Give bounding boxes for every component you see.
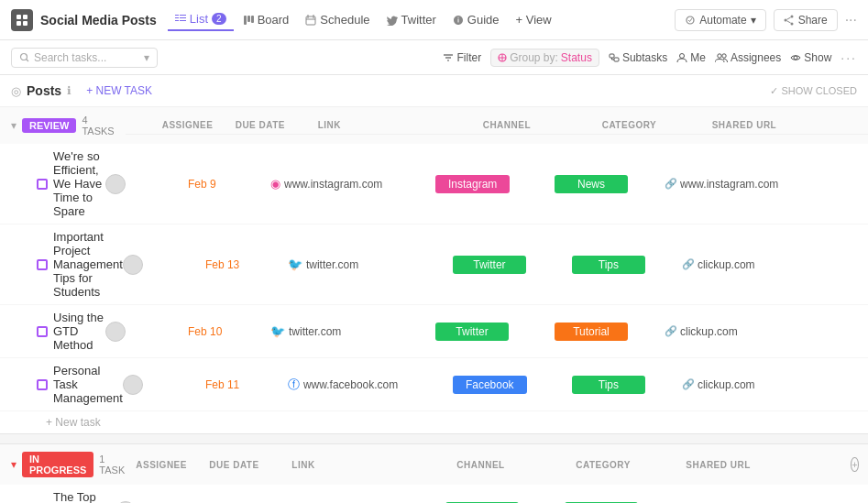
facebook-icon: ⓕ bbox=[288, 377, 300, 393]
subtasks-button[interactable]: Subtasks bbox=[609, 51, 667, 64]
svg-rect-6 bbox=[175, 17, 179, 18]
svg-rect-11 bbox=[247, 16, 250, 22]
task-channel: Twitter bbox=[453, 256, 572, 274]
inprogress-label: IN PROGRESS bbox=[22, 452, 93, 477]
task-name[interactable]: We're so Efficient, We Have Time to Spar… bbox=[37, 149, 105, 218]
automate-button[interactable]: Automate ▾ bbox=[675, 9, 765, 31]
task-channel: Twitter bbox=[435, 323, 555, 341]
svg-point-20 bbox=[784, 18, 786, 21]
topbar-more-dots[interactable]: ··· bbox=[845, 12, 857, 28]
svg-line-21 bbox=[786, 17, 790, 19]
task-shared-url: 🔗 www.instagram.com bbox=[665, 178, 830, 191]
review-label: REVIEW bbox=[22, 118, 76, 133]
app-icon bbox=[11, 9, 33, 31]
nav-twitter[interactable]: Twitter bbox=[379, 9, 444, 30]
svg-rect-7 bbox=[180, 17, 186, 18]
svg-rect-3 bbox=[23, 21, 27, 26]
show-closed-button[interactable]: ✓ SHOW CLOSED bbox=[770, 85, 857, 97]
main-content: ◎ Posts ℹ + NEW TASK ✓ SHOW CLOSED ▾ REV… bbox=[0, 75, 868, 503]
nav-guide[interactable]: Guide bbox=[445, 9, 507, 30]
nav-board[interactable]: Board bbox=[236, 9, 297, 30]
svg-point-38 bbox=[794, 56, 797, 60]
review-add-task-row[interactable]: + New task bbox=[0, 411, 868, 433]
new-task-button[interactable]: + NEW TASK bbox=[79, 82, 159, 99]
svg-point-36 bbox=[718, 53, 721, 57]
svg-point-23 bbox=[21, 53, 27, 60]
table-row: We're so Efficient, We Have Time to Spar… bbox=[0, 144, 868, 224]
review-collapse-toggle[interactable]: ▾ bbox=[11, 119, 16, 132]
col-channel-2: CHANNEL bbox=[456, 460, 576, 470]
top-nav: List 2 Board Schedule Twitter Guide + Vi… bbox=[168, 8, 559, 31]
task-due-date: Feb 11 bbox=[205, 378, 288, 391]
task-name[interactable]: Using the GTD Method bbox=[37, 311, 105, 352]
twitter-icon: 🐦 bbox=[270, 324, 285, 338]
svg-rect-1 bbox=[23, 15, 27, 19]
svg-rect-32 bbox=[614, 58, 619, 61]
app-title: Social Media Posts bbox=[40, 13, 157, 27]
avatar bbox=[123, 375, 143, 395]
avatar bbox=[105, 322, 126, 342]
task-category: Tutorial bbox=[555, 323, 665, 341]
table-row: The Top Alternatives to Trello Feb 20 🐦 … bbox=[0, 485, 868, 503]
task-shared-url: 🔗 clickup.com bbox=[682, 378, 847, 391]
task-checkbox[interactable] bbox=[37, 259, 48, 270]
search-dropdown-icon[interactable]: ▾ bbox=[144, 51, 149, 64]
task-checkbox[interactable] bbox=[37, 379, 48, 390]
avatar bbox=[105, 174, 126, 194]
task-assignee bbox=[105, 322, 188, 342]
task-name[interactable]: Personal Task Management bbox=[37, 364, 123, 405]
inprogress-add-circle[interactable]: + bbox=[851, 457, 858, 472]
topbar-right: Automate ▾ Share ··· bbox=[675, 9, 857, 31]
link-icon: 🔗 bbox=[682, 258, 695, 270]
toolbar-right: Filter Group by: Status Subtasks Me Assi… bbox=[443, 49, 857, 67]
task-due-date: Feb 9 bbox=[188, 178, 270, 191]
svg-rect-0 bbox=[16, 15, 21, 19]
inprogress-collapse-toggle[interactable]: ▾ bbox=[11, 458, 16, 471]
svg-rect-31 bbox=[610, 54, 614, 58]
task-category: Tips bbox=[572, 256, 682, 274]
topbar: Social Media Posts List 2 Board Schedule… bbox=[0, 0, 868, 40]
toolbar: Search tasks... ▾ Filter Group by: Statu… bbox=[0, 40, 868, 75]
task-due-date: Feb 10 bbox=[188, 325, 270, 338]
filter-button[interactable]: Filter bbox=[443, 51, 481, 64]
svg-point-19 bbox=[790, 22, 793, 25]
inprogress-col-headers: ASSIGNEE DUE DATE LINK CHANNEL CATEGORY … bbox=[136, 460, 851, 470]
toolbar-more-dots[interactable]: ··· bbox=[841, 50, 857, 65]
task-name[interactable]: The Top Alternatives to Trello bbox=[37, 490, 115, 503]
show-button[interactable]: Show bbox=[790, 51, 831, 64]
task-category: Tips bbox=[572, 376, 682, 394]
task-link[interactable]: 🐦 twitter.com bbox=[270, 324, 435, 338]
me-button[interactable]: Me bbox=[676, 51, 706, 64]
svg-rect-8 bbox=[175, 20, 179, 21]
task-shared-url: 🔗 clickup.com bbox=[665, 325, 830, 338]
assignees-button[interactable]: Assignees bbox=[715, 51, 781, 64]
task-shared-url: 🔗 clickup.com bbox=[682, 258, 847, 271]
posts-info-icon[interactable]: ℹ bbox=[67, 84, 71, 97]
svg-line-22 bbox=[786, 20, 790, 22]
group-by-button[interactable]: Group by: Status bbox=[490, 49, 599, 67]
task-checkbox[interactable] bbox=[37, 326, 48, 337]
col-category: CATEGORY bbox=[602, 120, 712, 130]
search-box[interactable]: Search tasks... ▾ bbox=[11, 48, 158, 68]
link-icon: 🔗 bbox=[665, 178, 677, 190]
col-shared-url-2: SHARED URL bbox=[686, 460, 851, 470]
col-headers: ASSIGNEE DUE DATE LINK CHANNEL CATEGORY … bbox=[126, 116, 868, 135]
twitter-icon: 🐦 bbox=[288, 257, 302, 271]
nav-schedule[interactable]: Schedule bbox=[298, 9, 377, 30]
task-assignee bbox=[105, 174, 188, 194]
posts-collapse-toggle[interactable]: ◎ bbox=[11, 84, 21, 98]
task-assignee bbox=[123, 375, 205, 395]
col-category-2: CATEGORY bbox=[576, 460, 686, 470]
task-name[interactable]: Important Project Management Tips for St… bbox=[37, 230, 123, 299]
svg-point-18 bbox=[790, 15, 793, 17]
task-checkbox[interactable] bbox=[37, 179, 48, 190]
task-link[interactable]: ◉ www.instagram.com bbox=[270, 177, 435, 191]
col-assignee: ASSIGNEE bbox=[162, 120, 236, 130]
task-link[interactable]: 🐦 twitter.com bbox=[288, 257, 453, 271]
task-due-date: Feb 13 bbox=[205, 258, 288, 271]
nav-view-plus[interactable]: + View bbox=[509, 9, 559, 30]
nav-list[interactable]: List 2 bbox=[168, 8, 234, 31]
share-button[interactable]: Share bbox=[774, 9, 838, 31]
task-link[interactable]: ⓕ www.facebook.com bbox=[288, 377, 453, 393]
table-row: Important Project Management Tips for St… bbox=[0, 224, 868, 305]
